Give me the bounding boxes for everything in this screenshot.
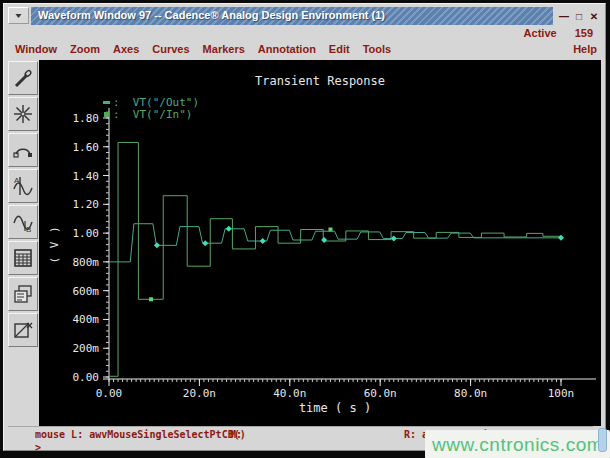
screenshot-frame: ▼ Waveform Window 97 -- Cadence® Analog …: [0, 0, 610, 458]
chevron-down-icon: ▼: [14, 12, 24, 20]
svg-text:600m: 600m: [73, 285, 100, 298]
active-count: 159: [575, 27, 593, 39]
window-title: Waveform Window 97 -- Cadence® Analog De…: [31, 7, 553, 25]
legend-row-out[interactable]: : VT("/Out"): [103, 96, 199, 108]
maximize-button[interactable]: □: [572, 9, 586, 24]
svg-text:80.0n: 80.0n: [454, 387, 487, 400]
svg-text:0.00: 0.00: [96, 387, 123, 400]
legend-label-in: : VT("/In"): [113, 108, 192, 121]
mouse-left-binding: mouse L: awvMouseSingleSelectPtCB(): [35, 429, 246, 440]
svg-text:1.60: 1.60: [73, 141, 100, 154]
arc-marker-button[interactable]: [8, 133, 38, 167]
subwindow-cut-icon: [11, 318, 35, 342]
svg-text:40.0n: 40.0n: [273, 387, 306, 400]
svg-text:0.00: 0.00: [73, 371, 100, 384]
titlebar: ▼ Waveform Window 97 -- Cadence® Analog …: [8, 7, 601, 25]
svg-text:1.00: 1.00: [73, 227, 100, 240]
subwindow-cut-button[interactable]: [8, 313, 38, 347]
arc-marker-icon: [11, 138, 35, 162]
svg-text:B: B: [26, 225, 31, 234]
marker-b-wave-button[interactable]: B: [8, 205, 38, 239]
svg-text:1.40: 1.40: [73, 170, 100, 183]
svg-text:1.80: 1.80: [73, 112, 100, 125]
watermark: www.cntronics.com: [425, 430, 610, 458]
copy-window-button[interactable]: [8, 277, 38, 311]
menu-item-markers[interactable]: Markers: [203, 43, 245, 58]
svg-text:60.0n: 60.0n: [364, 387, 397, 400]
menu-item-window[interactable]: Window: [15, 43, 57, 58]
menu-item-help[interactable]: Help: [573, 43, 597, 58]
svg-text:400m: 400m: [73, 313, 100, 326]
marker-a-wave-button[interactable]: A: [8, 169, 38, 203]
svg-text:time ( s ): time ( s ): [299, 401, 371, 415]
minimize-button[interactable]: —: [557, 9, 571, 24]
waveform-window: ▼ Waveform Window 97 -- Cadence® Analog …: [3, 3, 606, 451]
mouse-middle-binding: M:: [230, 429, 242, 440]
copy-window-icon: [11, 282, 35, 306]
probe-pen-icon: [11, 66, 35, 90]
marker-b-wave-icon: B: [11, 210, 35, 234]
svg-text:20.0n: 20.0n: [183, 387, 216, 400]
close-button[interactable]: ✕: [587, 9, 601, 24]
active-label: Active: [524, 27, 557, 39]
plot-area[interactable]: 0.0020.0n40.0n60.0n80.0n100ntime ( s )0.…: [39, 60, 601, 426]
svg-text:800m: 800m: [73, 256, 100, 269]
out-trace-marker-icon: [103, 101, 110, 104]
legend-row-in[interactable]: : VT("/In"): [103, 108, 199, 120]
legend: : VT("/Out") : VT("/In"): [103, 96, 199, 120]
probe-pen-button[interactable]: [8, 61, 38, 95]
y-axis-label: ( V ): [48, 225, 61, 263]
menu-item-axes[interactable]: Axes: [113, 43, 139, 58]
menu-item-edit[interactable]: Edit: [329, 43, 350, 58]
scrollbar-thumb[interactable]: [598, 428, 607, 452]
zoom-star-icon: [11, 102, 35, 126]
svg-text:1.20: 1.20: [73, 198, 100, 211]
window-controls: — □ ✕: [553, 7, 601, 25]
menu-item-annotation[interactable]: Annotation: [258, 43, 316, 58]
calculator-icon: [11, 246, 35, 270]
menu-item-zoom[interactable]: Zoom: [70, 43, 100, 58]
toolbar: A B: [8, 61, 39, 349]
in-trace-marker-icon: [104, 112, 109, 117]
window-menu-button[interactable]: ▼: [8, 7, 29, 24]
marker-a-wave-icon: A: [11, 174, 35, 198]
svg-text:100n: 100n: [548, 387, 575, 400]
calculator-button[interactable]: [8, 241, 38, 275]
plot-title: Transient Response: [39, 74, 601, 88]
zoom-star-button[interactable]: [8, 97, 38, 131]
active-status: Active159: [524, 27, 593, 41]
menubar: WindowZoomAxesCurvesMarkersAnnotationEdi…: [15, 43, 597, 58]
svg-text:200m: 200m: [73, 342, 100, 355]
menu-item-curves[interactable]: Curves: [152, 43, 189, 58]
prompt-caret: >: [35, 442, 41, 453]
menu-item-tools[interactable]: Tools: [363, 43, 392, 58]
